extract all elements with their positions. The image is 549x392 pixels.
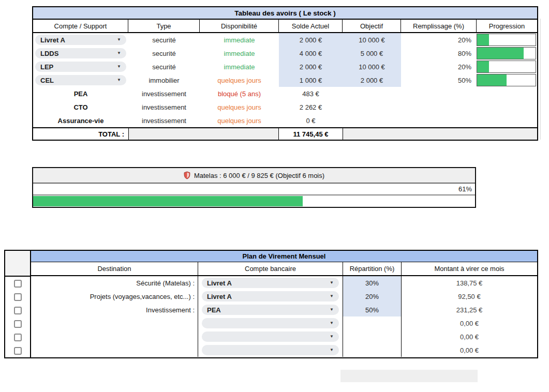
total-spacer bbox=[343, 128, 537, 140]
objectif-cell: 10 000 € bbox=[343, 60, 401, 73]
table-row: Livret A ▼ securité immediate 2 000 € 10… bbox=[33, 33, 537, 47]
highlighted-empty-cell bbox=[340, 370, 478, 382]
dispo-cell: immediate bbox=[200, 60, 279, 73]
account-dropdown-value: Livret A bbox=[40, 36, 65, 44]
solde-cell: 1 000 € bbox=[279, 73, 343, 87]
dispo-cell: quelques jours bbox=[200, 114, 279, 127]
table-row: LDDS ▼ securité immediate 4 000 € 5 000 … bbox=[33, 47, 537, 60]
solde-cell: 483 € bbox=[279, 87, 343, 100]
total-row: TOTAL : 11 745,45 € bbox=[33, 127, 537, 140]
table-row: Investissement : PEA ▼ 50% 231,25 € bbox=[31, 303, 537, 316]
solde-cell: 2 262 € bbox=[279, 100, 343, 114]
row-checkbox[interactable] bbox=[14, 307, 22, 314]
remplissage-cell: 80% bbox=[401, 47, 477, 60]
column-header-progression: Progression bbox=[477, 20, 537, 32]
total-value: 11 745,45 € bbox=[279, 128, 343, 140]
chevron-down-icon: ▼ bbox=[330, 294, 334, 298]
chevron-down-icon: ▼ bbox=[330, 348, 334, 352]
solde-cell: 0 € bbox=[279, 114, 343, 127]
bank-account-dropdown[interactable]: ▼ bbox=[202, 318, 339, 328]
bank-account-dropdown[interactable]: ▼ bbox=[202, 345, 339, 355]
progress-box bbox=[477, 34, 536, 46]
column-header-objectif: Objectif bbox=[343, 20, 401, 32]
matelas-panel: Matelas : 6 000 € / 9 825 € (Objectif 6 … bbox=[32, 167, 476, 208]
type-cell: securité bbox=[128, 60, 200, 73]
progress-bar bbox=[477, 61, 489, 72]
chevron-down-icon: ▼ bbox=[117, 51, 121, 55]
repartition-cell bbox=[343, 330, 402, 343]
dispo-cell: immediate bbox=[200, 33, 279, 47]
row-checkbox[interactable] bbox=[14, 347, 22, 355]
column-header-disponibilite: Disponibilité bbox=[200, 20, 279, 32]
account-label: Assurance-vie bbox=[58, 117, 104, 125]
shield-icon bbox=[184, 171, 190, 179]
account-dropdown-value: LDDS bbox=[40, 50, 58, 57]
remplissage-cell: 50% bbox=[401, 73, 477, 87]
checkbox-column-header bbox=[5, 251, 30, 277]
account-label: CTO bbox=[73, 103, 87, 111]
dispo-cell: quelques jours bbox=[200, 100, 279, 114]
montant-cell: 231,25 € bbox=[402, 303, 537, 316]
repartition-cell: 30% bbox=[343, 276, 402, 290]
chevron-down-icon: ▼ bbox=[117, 78, 121, 82]
table-row: LEP ▼ securité immediate 2 000 € 10 000 … bbox=[33, 60, 537, 73]
virement-table: Plan de Virement Mensuel Destination Com… bbox=[4, 250, 538, 358]
table-row: ▼ 0,00 € bbox=[31, 316, 537, 330]
table-row: PEA investissement bloqué (5 ans) 483 € bbox=[33, 87, 537, 100]
destination-cell bbox=[31, 343, 198, 357]
objectif-cell: 2 000 € bbox=[343, 73, 401, 87]
table-row: CEL ▼ immobilier quelques jours 1 000 € … bbox=[33, 73, 537, 87]
objectif-cell bbox=[343, 100, 401, 114]
repartition-cell: 20% bbox=[343, 290, 402, 303]
objectif-cell bbox=[343, 114, 401, 127]
total-spacer bbox=[128, 128, 279, 140]
destination-cell: Sécurité (Matelas) : bbox=[31, 276, 198, 290]
account-dropdown[interactable]: Livret A ▼ bbox=[35, 35, 126, 45]
destination-cell: Investissement : bbox=[31, 303, 198, 316]
dispo-cell: bloqué (5 ans) bbox=[200, 87, 279, 100]
bank-account-dropdown[interactable]: Livret A ▼ bbox=[202, 278, 339, 288]
account-dropdown[interactable]: LDDS ▼ bbox=[35, 48, 126, 58]
virement-table-title: Plan de Virement Mensuel bbox=[31, 251, 537, 262]
table-row: Projets (voyages,vacances, etc...) : Liv… bbox=[31, 290, 537, 303]
repartition-cell bbox=[343, 343, 402, 357]
table-row: CTO investissement quelques jours 2 262 … bbox=[33, 100, 537, 114]
type-cell: securité bbox=[128, 47, 200, 60]
repartition-cell: 50% bbox=[343, 303, 402, 316]
virement-table-header: Destination Compte bancaire Répartition … bbox=[31, 262, 537, 276]
column-header-montant: Montant à virer ce mois bbox=[402, 262, 537, 275]
column-header-solde: Solde Actuel bbox=[279, 20, 343, 32]
remplissage-cell: 20% bbox=[401, 33, 477, 47]
progress-bar bbox=[477, 34, 489, 46]
account-dropdown[interactable]: CEL ▼ bbox=[35, 75, 126, 85]
stock-table-title: Tableau des avoirs ( Le stock ) bbox=[33, 7, 537, 20]
column-header-remplissage: Remplissage (%) bbox=[401, 20, 477, 32]
type-cell: investissement bbox=[128, 87, 200, 100]
montant-cell: 0,00 € bbox=[402, 330, 537, 343]
repartition-cell bbox=[343, 316, 402, 330]
row-checkbox[interactable] bbox=[14, 320, 22, 328]
column-header-compte: Compte / Support bbox=[33, 20, 128, 32]
progress-box bbox=[477, 47, 536, 59]
matelas-progress-bar bbox=[33, 196, 303, 206]
progress-bar bbox=[477, 48, 524, 59]
bank-account-dropdown[interactable]: PEA ▼ bbox=[202, 305, 339, 315]
row-checkbox[interactable] bbox=[14, 293, 22, 301]
column-header-repartition: Répartition (%) bbox=[343, 262, 402, 275]
chevron-down-icon: ▼ bbox=[117, 38, 121, 42]
account-dropdown[interactable]: LEP ▼ bbox=[35, 62, 126, 72]
bank-account-dropdown[interactable]: ▼ bbox=[202, 331, 339, 342]
bank-account-dropdown[interactable]: Livret A ▼ bbox=[202, 291, 339, 301]
solde-cell: 2 000 € bbox=[279, 60, 343, 73]
stock-table: Tableau des avoirs ( Le stock ) Compte /… bbox=[32, 6, 538, 141]
row-checkbox[interactable] bbox=[14, 280, 22, 288]
montant-cell: 0,00 € bbox=[402, 343, 537, 357]
total-label: TOTAL : bbox=[33, 128, 128, 140]
row-checkbox[interactable] bbox=[14, 334, 22, 341]
remplissage-cell: 20% bbox=[401, 60, 477, 73]
progress-box bbox=[477, 74, 536, 86]
solde-cell: 4 000 € bbox=[279, 47, 343, 60]
stock-table-header: Compte / Support Type Disponibilité Sold… bbox=[33, 20, 537, 33]
montant-cell: 0,00 € bbox=[402, 316, 537, 330]
solde-cell: 2 000 € bbox=[279, 33, 343, 47]
